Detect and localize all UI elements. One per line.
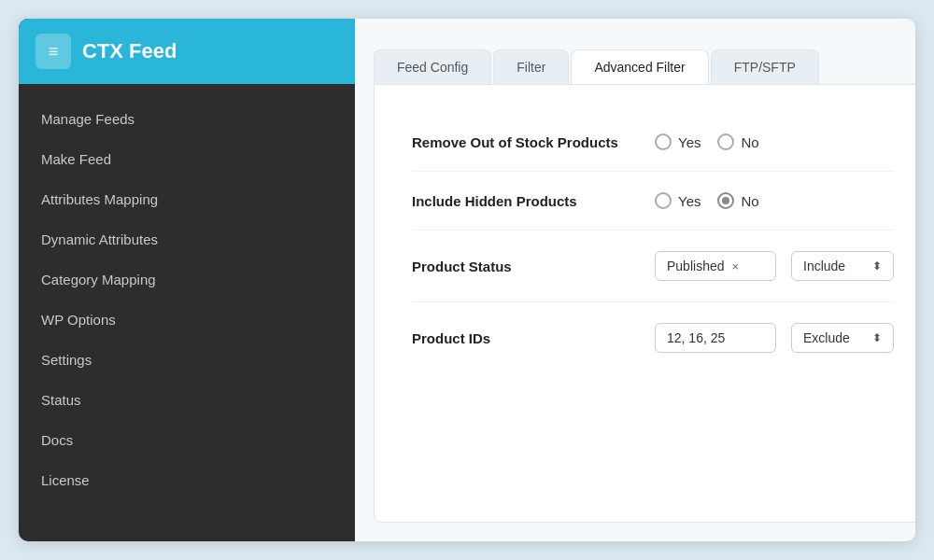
- filter-label-hidden-products: Include Hidden Products: [412, 193, 655, 209]
- radio-hidden-yes[interactable]: Yes: [655, 192, 700, 209]
- sidebar-header: ≡ CTX Feed: [19, 19, 355, 84]
- product-status-dropdown-value: Include: [803, 259, 845, 273]
- product-status-dropdown[interactable]: Include ⬍: [791, 251, 894, 281]
- sidebar-item-settings[interactable]: Settings: [19, 340, 355, 380]
- filter-row-product-status: Product Status Published × Include ⬍: [412, 231, 894, 302]
- tab-advanced-filter[interactable]: Advanced Filter: [571, 49, 708, 84]
- app-title: CTX Feed: [82, 39, 177, 63]
- radio-hidden-no[interactable]: No: [717, 192, 758, 209]
- app-logo-icon: ≡: [35, 34, 71, 69]
- product-status-tag-close[interactable]: ×: [732, 259, 740, 273]
- sidebar-item-attributes-mapping[interactable]: Attributes Mapping: [19, 179, 355, 219]
- sidebar-nav: Manage Feeds Make Feed Attributes Mappin…: [19, 84, 355, 515]
- radio-group-out-of-stock: Yes No: [655, 133, 759, 150]
- app-wrapper: ≡ CTX Feed Manage Feeds Make Feed Attrib…: [19, 19, 915, 541]
- radio-circle-out-of-stock-no: [717, 133, 734, 150]
- product-ids-input[interactable]: 12, 16, 25: [655, 323, 776, 353]
- filter-row-hidden-products: Include Hidden Products Yes No: [412, 172, 894, 231]
- sidebar-item-manage-feeds[interactable]: Manage Feeds: [19, 99, 355, 139]
- product-status-tag-value: Published: [667, 259, 725, 273]
- tab-ftp-sftp[interactable]: FTP/SFTP: [711, 49, 819, 84]
- filter-row-product-ids: Product IDs 12, 16, 25 Exclude ⬍: [412, 302, 894, 373]
- product-status-controls: Published × Include ⬍: [655, 251, 894, 281]
- product-status-dropdown-arrow: ⬍: [872, 259, 882, 273]
- radio-group-hidden-products: Yes No: [655, 192, 759, 209]
- filter-label-out-of-stock: Remove Out of Stock Products: [412, 134, 655, 150]
- content-panel: Remove Out of Stock Products Yes No Incl…: [374, 84, 915, 523]
- tab-bar: Feed Config Filter Advanced Filter FTP/S…: [355, 19, 915, 84]
- radio-circle-hidden-no: [717, 192, 734, 209]
- sidebar-item-dynamic-attributes[interactable]: Dynamic Attributes: [19, 219, 355, 259]
- radio-out-of-stock-no[interactable]: No: [717, 133, 758, 150]
- sidebar-item-status[interactable]: Status: [19, 380, 355, 420]
- radio-circle-out-of-stock-yes: [655, 133, 672, 150]
- sidebar: ≡ CTX Feed Manage Feeds Make Feed Attrib…: [19, 19, 355, 541]
- sidebar-item-make-feed[interactable]: Make Feed: [19, 139, 355, 179]
- main-content: Feed Config Filter Advanced Filter FTP/S…: [355, 19, 915, 541]
- tab-feed-config[interactable]: Feed Config: [374, 49, 491, 84]
- filter-label-product-status: Product Status: [412, 259, 655, 274]
- product-ids-controls: 12, 16, 25 Exclude ⬍: [655, 323, 894, 353]
- sidebar-item-wp-options[interactable]: WP Options: [19, 300, 355, 340]
- filter-label-product-ids: Product IDs: [412, 330, 655, 346]
- radio-out-of-stock-yes[interactable]: Yes: [655, 133, 700, 150]
- product-status-tag[interactable]: Published ×: [655, 251, 776, 281]
- sidebar-item-docs[interactable]: Docs: [19, 420, 355, 460]
- sidebar-item-category-mapping[interactable]: Category Mapping: [19, 259, 355, 300]
- radio-circle-hidden-yes: [655, 192, 672, 209]
- product-ids-dropdown-value: Exclude: [803, 330, 850, 345]
- product-ids-dropdown-arrow: ⬍: [872, 331, 882, 344]
- sidebar-item-license[interactable]: License: [19, 460, 355, 500]
- filter-row-out-of-stock: Remove Out of Stock Products Yes No: [412, 113, 894, 172]
- product-ids-dropdown[interactable]: Exclude ⬍: [791, 323, 894, 353]
- tab-filter[interactable]: Filter: [493, 49, 569, 84]
